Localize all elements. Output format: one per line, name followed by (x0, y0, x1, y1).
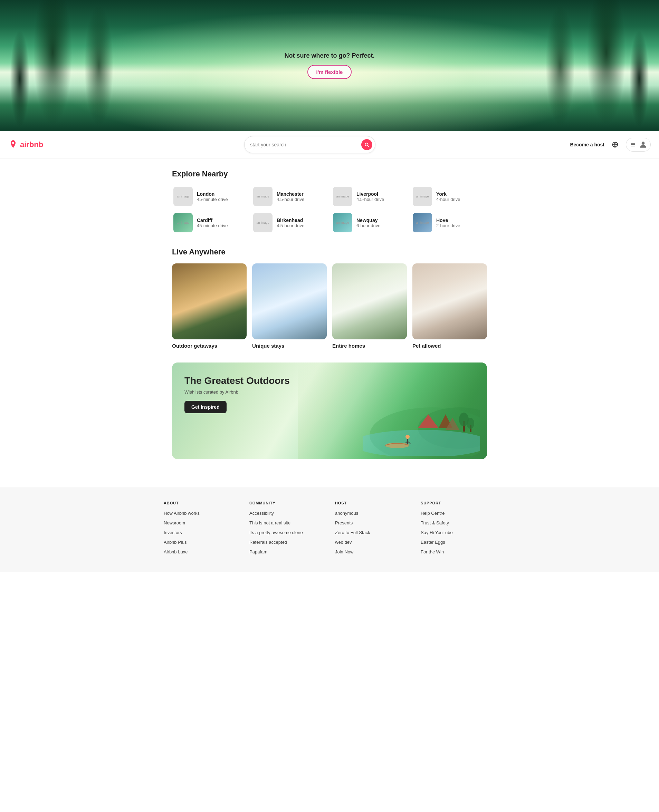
footer-link[interactable]: Its a pretty awesome clone (249, 530, 303, 535)
live-anywhere-item[interactable]: Pet allowed (412, 263, 487, 349)
nearby-item-image: an image (173, 187, 193, 206)
nearby-item[interactable]: an image York 4-hour drive (411, 186, 487, 208)
svg-point-0 (366, 143, 368, 146)
nearby-item[interactable]: an image Liverpool 4.5-hour drive (331, 186, 407, 208)
hero-content: Not sure where to go? Perfect. I'm flexi… (284, 52, 374, 79)
footer-link[interactable]: Presents (335, 520, 353, 526)
nearby-item-drive: 45-minute drive (197, 223, 228, 228)
nearby-item-text: Liverpool 4.5-hour drive (356, 191, 384, 202)
search-button[interactable] (361, 139, 372, 150)
explore-nearby-section: Explore Nearby an image London 45-minute… (172, 170, 487, 234)
svg-line-1 (368, 146, 369, 147)
get-inspired-button[interactable]: Get Inspired (184, 401, 227, 413)
footer-col-host: HOST anonymousPresentsZero to Full Stack… (335, 501, 410, 558)
nearby-item-drive: 4.5-hour drive (277, 197, 304, 202)
outdoors-subtitle: Wishlists curated by Airbnb. (184, 389, 290, 395)
nearby-item-image: an image (253, 187, 273, 206)
nearby-item-image: an image (333, 213, 352, 232)
footer-col-title-support: SUPPORT (421, 501, 495, 505)
footer-link[interactable]: Newsroom (164, 520, 185, 526)
footer-col-title-host: HOST (335, 501, 410, 505)
footer-link[interactable]: Say Hi YouTube (421, 530, 453, 535)
footer: ABOUT How Airbnb worksNewsroomInvestorsA… (0, 487, 659, 572)
logo-link[interactable]: airbnb (8, 140, 50, 149)
footer-col-support: SUPPORT Help CentreTrust & SafetySay Hi … (421, 501, 495, 558)
become-host-link[interactable]: Become a host (570, 142, 604, 148)
hero-tagline: Not sure where to go? Perfect. (284, 52, 374, 59)
user-menu-button[interactable] (626, 138, 651, 151)
nearby-item-drive: 4.5-hour drive (356, 197, 384, 202)
search-input-wrap[interactable] (244, 136, 375, 153)
live-item-image (172, 263, 247, 339)
nearby-item-text: London 45-minute drive (197, 191, 228, 202)
live-item-image (412, 263, 487, 339)
footer-link[interactable]: Accessibility (249, 511, 274, 516)
footer-link[interactable]: Investors (164, 530, 182, 535)
live-anywhere-section: Live Anywhere Outdoor getaways Unique st… (172, 247, 487, 349)
globe-button[interactable] (610, 140, 620, 150)
footer-link[interactable]: Airbnb Luxe (164, 549, 188, 554)
footer-link[interactable]: Easter Eggs (421, 540, 445, 545)
nearby-item-drive: 45-minute drive (197, 197, 228, 202)
live-item-label: Outdoor getaways (172, 343, 247, 349)
nearby-item[interactable]: an image Hove 2-hour drive (411, 212, 487, 234)
live-anywhere-item[interactable]: Outdoor getaways (172, 263, 247, 349)
nearby-item-name: York (436, 191, 460, 197)
nearby-item-image: an image (413, 213, 432, 232)
outdoors-content: The Greatest Outdoors Wishlists curated … (184, 375, 290, 413)
logo-text: airbnb (20, 140, 43, 149)
footer-col-title-community: COMMUNITY (249, 501, 324, 505)
nearby-item-image: an image (253, 213, 273, 232)
live-anywhere-item[interactable]: Entire homes (332, 263, 407, 349)
footer-link[interactable]: web dev (335, 540, 352, 545)
flexible-button[interactable]: I'm flexible (307, 65, 352, 79)
footer-col-list-host: anonymousPresentsZero to Full Stackweb d… (335, 510, 410, 555)
nearby-item[interactable]: an image Manchester 4.5-hour drive (252, 186, 328, 208)
footer-link[interactable]: Papafam (249, 549, 267, 554)
search-input[interactable] (250, 142, 361, 148)
hero-section: Not sure where to go? Perfect. I'm flexi… (0, 0, 659, 131)
live-anywhere-grid: Outdoor getaways Unique stays Entire hom… (172, 263, 487, 349)
nearby-item-drive: 2-hour drive (436, 223, 460, 228)
footer-link[interactable]: Zero to Full Stack (335, 530, 370, 535)
nearby-item-text: Cardiff 45-minute drive (197, 217, 228, 228)
outdoors-scene-decoration (298, 362, 487, 459)
footer-link[interactable]: How Airbnb works (164, 511, 200, 516)
main-content: Explore Nearby an image London 45-minute… (164, 159, 495, 487)
live-anywhere-item[interactable]: Unique stays (252, 263, 327, 349)
nearby-item-image: an image (173, 213, 193, 232)
nearby-item[interactable]: an image Newquay 6-hour drive (331, 212, 407, 234)
nearby-item-text: Manchester 4.5-hour drive (277, 191, 304, 202)
nearby-item-name: Hove (436, 217, 460, 223)
camping-scene-svg (363, 380, 480, 456)
footer-link[interactable]: For the Win (421, 549, 444, 554)
svg-point-7 (642, 142, 645, 145)
footer-link[interactable]: Trust & Safety (421, 520, 449, 526)
footer-link[interactable]: Help Centre (421, 511, 445, 516)
nearby-item-name: Newquay (356, 217, 380, 223)
footer-link[interactable]: Join Now (335, 549, 353, 554)
nearby-item-drive: 6-hour drive (356, 223, 380, 228)
footer-link[interactable]: This is not a real site (249, 520, 290, 526)
menu-icon (630, 142, 636, 148)
search-bar (50, 136, 570, 153)
footer-link[interactable]: Airbnb Plus (164, 540, 186, 545)
footer-col-list-support: Help CentreTrust & SafetySay Hi YouTubeE… (421, 510, 495, 555)
nearby-item-name: Cardiff (197, 217, 228, 223)
airbnb-logo-icon (8, 140, 18, 149)
nearby-item[interactable]: an image Birkenhead 4.5-hour drive (252, 212, 328, 234)
nearby-item[interactable]: an image Cardiff 45-minute drive (172, 212, 248, 234)
nearby-item-image: an image (413, 187, 432, 206)
nearby-item-text: Hove 2-hour drive (436, 217, 460, 228)
footer-col-list-about: How Airbnb worksNewsroomInvestorsAirbnb … (164, 510, 238, 555)
footer-col-list-community: AccessibilityThis is not a real siteIts … (249, 510, 324, 555)
nearby-item[interactable]: an image London 45-minute drive (172, 186, 248, 208)
user-avatar-icon (639, 140, 648, 149)
nearby-item-text: Newquay 6-hour drive (356, 217, 380, 228)
footer-link[interactable]: anonymous (335, 511, 358, 516)
live-item-label: Unique stays (252, 343, 327, 349)
footer-link[interactable]: Referrals accepted (249, 540, 287, 545)
live-item-image (332, 263, 407, 339)
outdoors-banner: The Greatest Outdoors Wishlists curated … (172, 362, 487, 459)
svg-point-10 (363, 430, 480, 456)
